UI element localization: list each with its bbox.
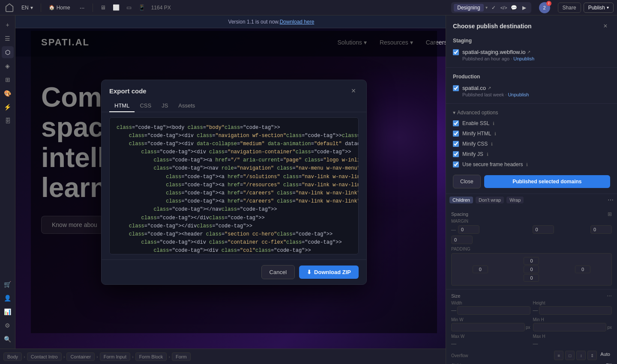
production-external-link-icon[interactable]: ↗ bbox=[488, 86, 491, 90]
tab-html[interactable]: HTML bbox=[109, 100, 135, 112]
sidebar-item-members[interactable]: 👤 bbox=[2, 292, 14, 304]
minify-css-info[interactable]: ℹ bbox=[491, 142, 493, 146]
minify-html-checkbox[interactable] bbox=[453, 131, 459, 137]
tab-css[interactable]: CSS bbox=[135, 100, 156, 112]
external-link-icon[interactable]: ↗ bbox=[527, 50, 530, 54]
checkmark-btn[interactable]: ✓ bbox=[489, 3, 498, 12]
desktop-breakpoint[interactable]: 🖥 bbox=[97, 2, 109, 14]
breadcrumb-container[interactable]: Container bbox=[66, 352, 95, 361]
margin-label: MARGIN bbox=[451, 219, 612, 224]
breadcrumb-form[interactable]: Form bbox=[172, 352, 191, 361]
avatar[interactable]: 2 2 bbox=[539, 2, 550, 13]
sidebar-item-interactions[interactable]: ⚡ bbox=[2, 101, 14, 113]
share-button[interactable]: Share bbox=[558, 3, 581, 13]
production-checkbox[interactable] bbox=[453, 85, 459, 91]
page-selector[interactable]: 🏠 Home bbox=[45, 3, 74, 12]
padding-center-input[interactable] bbox=[524, 266, 539, 273]
enable-ssl-checkbox[interactable] bbox=[453, 120, 459, 126]
sidebar-item-activity[interactable]: 📊 bbox=[2, 306, 14, 318]
modal-close-button[interactable]: × bbox=[348, 86, 359, 96]
designing-mode-btn[interactable]: Designing bbox=[454, 4, 483, 12]
secure-frame-info[interactable]: ℹ bbox=[526, 162, 528, 167]
height-label: Height bbox=[533, 301, 612, 305]
padding-top-input[interactable] bbox=[524, 257, 539, 265]
logo-icon[interactable] bbox=[3, 2, 15, 14]
overflow-icon-1[interactable]: ≡ bbox=[554, 351, 563, 360]
height-field-group: Height — bbox=[533, 301, 612, 315]
wrap-tag[interactable]: Wrap bbox=[506, 197, 524, 203]
spacing-settings-icon[interactable]: ⊞ bbox=[608, 211, 612, 217]
modal-footer: Cancel ⬇ Download ZIP bbox=[102, 260, 366, 284]
size-label: 1164 PX bbox=[149, 5, 174, 11]
padding-bottom-input[interactable] bbox=[524, 274, 539, 282]
code-view-btn[interactable]: </> bbox=[500, 3, 508, 12]
margin-top-input[interactable] bbox=[458, 225, 479, 234]
minify-js-info[interactable]: ℹ bbox=[487, 152, 488, 157]
production-unpublish-link[interactable]: Unpublish bbox=[508, 92, 529, 97]
sidebar-item-settings[interactable]: ⚙ bbox=[2, 319, 14, 331]
children-tag[interactable]: Children bbox=[449, 197, 473, 203]
staging-unpublish-link[interactable]: Unpublish bbox=[513, 56, 534, 61]
code-area[interactable]: class="code-tag"><body class="body"class… bbox=[109, 117, 359, 254]
export-modal-overlay: Export code × HTML CSS JS Assets class="… bbox=[31, 31, 437, 333]
minify-css-checkbox[interactable] bbox=[453, 141, 459, 147]
sidebar-item-cms[interactable]: 🗄 bbox=[2, 115, 14, 127]
publish-selected-button[interactable]: Published selected domains bbox=[484, 175, 610, 188]
sidebar-item-pages[interactable]: ☰ bbox=[2, 33, 14, 45]
breadcrumb-body[interactable]: Body bbox=[3, 352, 22, 361]
max-h-minus-icon[interactable]: — bbox=[533, 341, 538, 347]
overflow-icon-4[interactable]: ⇕ bbox=[587, 351, 597, 360]
min-w-input[interactable] bbox=[451, 323, 525, 331]
sidebar-item-add[interactable]: + bbox=[2, 19, 14, 31]
sidebar-item-styles[interactable]: 🎨 bbox=[2, 87, 14, 99]
padding-left-input[interactable] bbox=[473, 266, 488, 273]
cancel-button[interactable]: Cancel bbox=[261, 265, 295, 279]
sidebar-item-search[interactable]: 🔍 bbox=[2, 333, 14, 345]
tab-assets[interactable]: Assets bbox=[173, 100, 200, 112]
tablet-breakpoint[interactable]: ▭ bbox=[123, 2, 135, 14]
width-input[interactable] bbox=[457, 306, 530, 315]
staging-checkbox[interactable] bbox=[453, 49, 459, 55]
preview-btn[interactable]: ▶ bbox=[520, 3, 529, 12]
breadcrumb-form-input[interactable]: Form Input bbox=[100, 352, 130, 361]
language-selector[interactable]: EN ▾ bbox=[18, 3, 36, 12]
width-minus-icon[interactable]: — bbox=[451, 307, 456, 313]
sidebar-item-assets[interactable]: ◈ bbox=[2, 60, 14, 72]
minify-html-info[interactable]: ℹ bbox=[494, 131, 496, 136]
more-options-button[interactable]: ··· bbox=[76, 2, 88, 14]
tablet-landscape-breakpoint[interactable]: ⬜ bbox=[110, 2, 122, 14]
publish-close-button[interactable]: × bbox=[601, 21, 610, 31]
breadcrumb-form-block[interactable]: Form Block bbox=[135, 352, 167, 361]
breadcrumb-contact-intro[interactable]: Contact Intro bbox=[27, 352, 62, 361]
publish-button[interactable]: Publish ▾ bbox=[584, 3, 614, 13]
overflow-icon-3[interactable]: ↕ bbox=[576, 351, 586, 360]
sidebar-item-components[interactable]: ⊞ bbox=[2, 74, 14, 86]
sidebar-item-layers[interactable]: ⬡ bbox=[2, 46, 14, 58]
comment-btn[interactable]: 💬 bbox=[510, 3, 518, 12]
size-settings-icon[interactable]: ⋯ bbox=[607, 293, 612, 299]
tab-js[interactable]: JS bbox=[156, 100, 173, 112]
minify-js-checkbox[interactable] bbox=[453, 151, 459, 157]
notif-link[interactable]: Download here bbox=[280, 19, 314, 25]
enable-ssl-info[interactable]: ℹ bbox=[493, 121, 494, 126]
production-domain-name: spatial.co ↗ bbox=[462, 85, 491, 91]
layout-more-icon[interactable]: ⋯ bbox=[608, 197, 614, 203]
sidebar-item-ecommerce[interactable]: 🛒 bbox=[2, 278, 14, 290]
mobile-breakpoint[interactable]: 📱 bbox=[136, 2, 148, 14]
padding-right-input[interactable] bbox=[575, 266, 590, 273]
max-w-minus-icon[interactable]: — bbox=[451, 341, 456, 347]
minify-js-label: Minify JS bbox=[462, 151, 483, 157]
download-zip-button[interactable]: ⬇ Download ZIP bbox=[299, 266, 359, 279]
secure-frame-checkbox[interactable] bbox=[453, 161, 459, 167]
height-minus-icon[interactable]: — bbox=[533, 307, 538, 313]
width-label: Width bbox=[451, 301, 530, 305]
advanced-options-toggle[interactable]: ▾ Advanced options bbox=[446, 107, 617, 118]
margin-right-input[interactable] bbox=[533, 225, 554, 234]
dont-wrap-tag[interactable]: Don't wrap bbox=[476, 197, 504, 203]
close-button[interactable]: Close bbox=[453, 175, 481, 188]
min-h-input[interactable] bbox=[533, 323, 607, 331]
margin-bottom-input[interactable] bbox=[451, 236, 473, 244]
height-input[interactable] bbox=[539, 306, 612, 315]
overflow-icon-2[interactable]: □ bbox=[565, 351, 575, 360]
margin-left-input[interactable] bbox=[590, 225, 612, 234]
